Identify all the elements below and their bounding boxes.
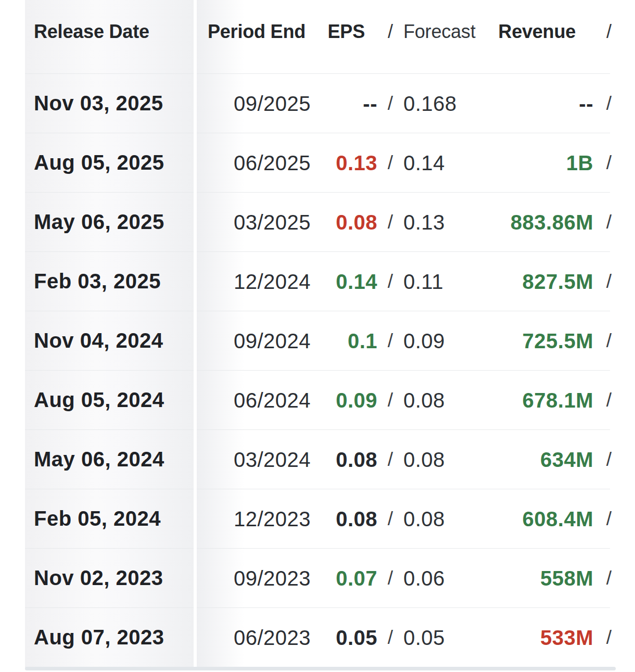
- eps-forecast-separator: /: [377, 508, 403, 530]
- eps-forecast-value: 0.168: [403, 92, 468, 116]
- revenue-forecast-separator: /: [593, 627, 625, 649]
- eps-actual-value: 0.08: [311, 448, 377, 472]
- left-gutter: [0, 193, 25, 252]
- revenue-actual-value: 725.5M: [468, 329, 593, 353]
- revenue-actual-value: 1B: [468, 151, 593, 175]
- header-eps-forecast-separator: /: [377, 0, 403, 43]
- table-row[interactable]: Nov 02, 2023 09/2023 0.07 / 0.06 558M /: [0, 549, 635, 608]
- eps-forecast-value: 0.09: [403, 329, 468, 353]
- left-gutter: [0, 549, 25, 608]
- revenue-forecast-separator: /: [593, 211, 625, 233]
- revenue-forecast-separator: /: [593, 93, 625, 115]
- horizontal-scrollbar-thumb[interactable]: [25, 667, 616, 670]
- eps-forecast-value: 0.08: [403, 389, 468, 412]
- release-date-value: Feb 03, 2025: [34, 270, 161, 293]
- table-row[interactable]: Nov 04, 2024 09/2024 0.1 / 0.09 725.5M /: [0, 311, 635, 371]
- revenue-actual-value: 827.5M: [468, 270, 593, 294]
- left-gutter: [0, 608, 25, 667]
- revenue-actual-value: --: [468, 92, 593, 116]
- eps-forecast-separator: /: [377, 567, 403, 589]
- header-revenue-label: Revenue: [468, 0, 593, 43]
- eps-forecast-value: 0.13: [403, 211, 468, 234]
- eps-forecast-separator: /: [377, 449, 403, 471]
- eps-forecast-separator: /: [377, 389, 403, 411]
- table-row[interactable]: Feb 03, 2025 12/2024 0.14 / 0.11 827.5M …: [0, 252, 635, 311]
- header-period-end-label: Period End: [197, 0, 311, 43]
- table-row[interactable]: May 06, 2024 03/2024 0.08 / 0.08 634M /: [0, 430, 635, 489]
- period-end-value: 06/2025: [197, 151, 311, 175]
- revenue-actual-value: 634M: [468, 448, 593, 472]
- release-date-value: Nov 03, 2025: [34, 92, 163, 115]
- table-body: Nov 03, 2025 09/2025 -- / 0.168 -- / Aug…: [0, 74, 635, 667]
- eps-forecast-value: 0.06: [403, 567, 468, 590]
- table-row[interactable]: Nov 03, 2025 09/2025 -- / 0.168 -- /: [0, 74, 635, 133]
- period-end-value: 12/2023: [197, 508, 311, 531]
- left-gutter: [0, 252, 25, 311]
- header-forecast-label: Forecast: [403, 0, 468, 43]
- eps-actual-value: 0.08: [311, 211, 377, 234]
- eps-forecast-separator: /: [377, 211, 403, 233]
- period-end-value: 12/2024: [197, 270, 311, 294]
- table-row[interactable]: Aug 05, 2024 06/2024 0.09 / 0.08 678.1M …: [0, 371, 635, 430]
- release-date-value: Aug 05, 2024: [34, 388, 164, 412]
- left-gutter: [0, 430, 25, 489]
- eps-actual-value: 0.08: [311, 508, 377, 531]
- header-eps-label: EPS: [311, 0, 377, 43]
- revenue-actual-value: 608.4M: [468, 508, 593, 531]
- eps-actual-value: 0.07: [311, 567, 377, 590]
- period-end-value: 03/2024: [197, 448, 311, 472]
- release-date-value: Nov 02, 2023: [34, 566, 163, 590]
- revenue-forecast-separator: /: [593, 508, 625, 530]
- revenue-forecast-separator: /: [593, 567, 625, 589]
- revenue-forecast-separator: /: [593, 271, 625, 293]
- eps-actual-value: --: [311, 92, 377, 116]
- release-date-value: May 06, 2025: [34, 210, 164, 234]
- left-gutter: [0, 311, 25, 371]
- revenue-actual-value: 533M: [468, 626, 593, 650]
- table-header-row: Release Date Period End EPS / Forecast R…: [0, 0, 635, 74]
- left-gutter: [0, 133, 25, 193]
- eps-forecast-value: 0.05: [403, 626, 468, 650]
- revenue-forecast-separator: /: [593, 449, 625, 471]
- revenue-forecast-separator: /: [593, 152, 625, 174]
- eps-actual-value: 0.14: [311, 270, 377, 294]
- revenue-forecast-separator: /: [593, 389, 625, 411]
- eps-forecast-value: 0.08: [403, 508, 468, 531]
- eps-forecast-separator: /: [377, 627, 403, 649]
- eps-actual-value: 0.09: [311, 389, 377, 412]
- eps-actual-value: 0.13: [311, 151, 377, 175]
- eps-forecast-separator: /: [377, 330, 403, 352]
- table: Release Date Period End EPS / Forecast R…: [0, 0, 635, 667]
- left-gutter: [0, 489, 25, 549]
- period-end-value: 06/2023: [197, 626, 311, 650]
- period-end-value: 09/2024: [197, 329, 311, 353]
- revenue-forecast-separator: /: [593, 330, 625, 352]
- table-row[interactable]: Feb 05, 2024 12/2023 0.08 / 0.08 608.4M …: [0, 489, 635, 549]
- left-gutter: [0, 371, 25, 430]
- eps-forecast-separator: /: [377, 93, 403, 115]
- period-end-value: 03/2025: [197, 211, 311, 234]
- table-row[interactable]: Aug 05, 2025 06/2025 0.13 / 0.14 1B /: [0, 133, 635, 193]
- eps-forecast-value: 0.11: [403, 270, 468, 294]
- eps-actual-value: 0.05: [311, 626, 377, 650]
- eps-actual-value: 0.1: [311, 329, 377, 353]
- header-release-date-label: Release Date: [34, 21, 149, 43]
- earnings-history-table: Release Date Period End EPS / Forecast R…: [0, 0, 635, 672]
- period-end-value: 06/2024: [197, 389, 311, 412]
- revenue-actual-value: 558M: [468, 567, 593, 590]
- table-row[interactable]: Aug 07, 2023 06/2023 0.05 / 0.05 533M /: [0, 608, 635, 667]
- header-revenue-forecast-separator: /: [593, 0, 625, 43]
- release-date-value: Nov 04, 2024: [34, 329, 163, 352]
- release-date-value: Aug 05, 2025: [34, 151, 164, 174]
- revenue-actual-value: 883.86M: [468, 211, 593, 234]
- release-date-value: Feb 05, 2024: [34, 507, 161, 530]
- table-row[interactable]: May 06, 2025 03/2025 0.08 / 0.13 883.86M…: [0, 193, 635, 252]
- left-gutter: [0, 74, 25, 133]
- release-date-value: Aug 07, 2023: [34, 626, 164, 649]
- header-release-date-cell: Release Date: [0, 0, 194, 74]
- revenue-actual-value: 678.1M: [468, 389, 593, 412]
- release-date-value: May 06, 2024: [34, 448, 164, 471]
- period-end-value: 09/2023: [197, 567, 311, 590]
- period-end-value: 09/2025: [197, 92, 311, 116]
- eps-forecast-value: 0.14: [403, 151, 468, 175]
